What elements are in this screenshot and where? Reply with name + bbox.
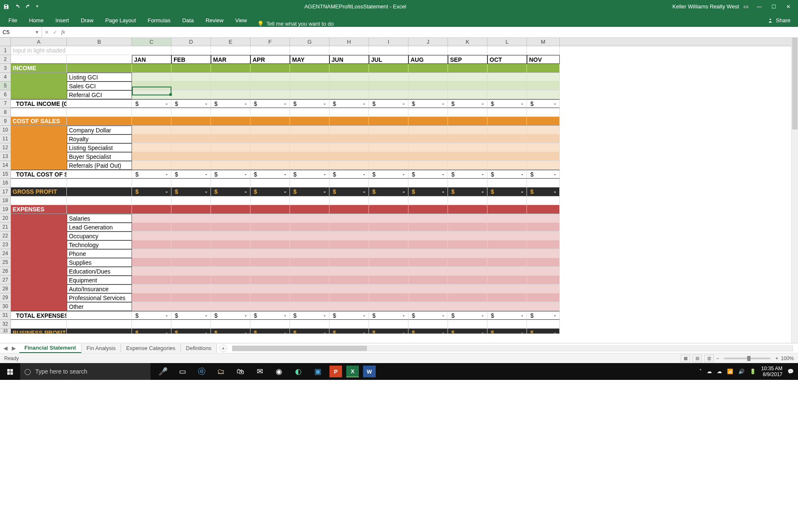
row-header-11[interactable]: 11 [0, 134, 11, 143]
input-cell[interactable] [369, 143, 408, 152]
tray-chevron-icon[interactable]: ˄ [699, 369, 702, 374]
input-cell[interactable] [369, 73, 408, 82]
input-cell[interactable] [290, 276, 329, 284]
input-cell[interactable] [369, 249, 408, 258]
maximize-button[interactable]: ☐ [767, 4, 780, 10]
input-cell[interactable] [408, 276, 448, 284]
input-cell[interactable] [329, 126, 369, 134]
vertical-scrollbar[interactable] [791, 38, 798, 343]
sheet-tab-fin-analysis[interactable]: Fin Analysis [82, 344, 121, 353]
input-cell[interactable] [290, 240, 329, 249]
input-cell[interactable] [408, 214, 448, 223]
input-cell[interactable] [211, 240, 250, 249]
input-cell[interactable] [250, 214, 290, 223]
input-cell[interactable] [329, 249, 369, 258]
start-button[interactable] [0, 368, 20, 375]
input-cell[interactable] [448, 293, 487, 302]
input-cell[interactable] [290, 90, 329, 99]
input-cell[interactable] [408, 293, 448, 302]
input-cell[interactable] [369, 232, 408, 240]
zoom-out-button[interactable]: − [716, 356, 719, 361]
edge-icon[interactable]: ⓔ [192, 363, 211, 380]
input-cell[interactable] [448, 232, 487, 240]
input-cell[interactable] [487, 73, 527, 82]
input-cell[interactable] [487, 302, 527, 311]
word-icon[interactable]: W [363, 366, 376, 377]
input-cell[interactable] [132, 293, 171, 302]
input-cell[interactable] [448, 152, 487, 161]
input-cell[interactable] [211, 302, 250, 311]
col-D[interactable]: D [171, 38, 211, 46]
input-cell[interactable] [290, 249, 329, 258]
row-header-2[interactable]: 2 [0, 55, 11, 64]
input-cell[interactable] [132, 302, 171, 311]
input-cell[interactable] [171, 126, 211, 134]
undo-icon[interactable] [14, 3, 20, 10]
input-cell[interactable] [250, 284, 290, 293]
row-header-29[interactable]: 29 [0, 293, 11, 302]
input-cell[interactable] [487, 258, 527, 267]
save-icon[interactable] [3, 3, 9, 10]
input-cell[interactable] [527, 249, 560, 258]
input-cell[interactable] [290, 152, 329, 161]
input-cell[interactable] [290, 126, 329, 134]
zoom-in-button[interactable]: + [775, 356, 778, 361]
input-cell[interactable] [171, 152, 211, 161]
input-cell[interactable] [250, 276, 290, 284]
input-cell[interactable] [369, 161, 408, 170]
input-cell[interactable] [408, 152, 448, 161]
input-cell[interactable] [250, 161, 290, 170]
input-cell[interactable] [408, 302, 448, 311]
app-icon-1[interactable]: ▣ [308, 363, 327, 380]
input-cell[interactable] [211, 73, 250, 82]
row-header-17[interactable]: 17 [0, 187, 11, 196]
input-cell[interactable] [487, 152, 527, 161]
cancel-formula-icon[interactable]: ✕ [45, 29, 49, 35]
tab-draw[interactable]: Draw [75, 14, 99, 27]
col-L[interactable]: L [487, 38, 527, 46]
col-A[interactable]: A [11, 38, 67, 46]
input-cell[interactable] [171, 293, 211, 302]
input-cell[interactable] [132, 232, 171, 240]
input-cell[interactable] [369, 258, 408, 267]
input-cell[interactable] [250, 293, 290, 302]
col-E[interactable]: E [211, 38, 250, 46]
input-cell[interactable] [527, 276, 560, 284]
row-header-33[interactable]: 33 [0, 329, 11, 334]
input-cell[interactable] [408, 143, 448, 152]
input-cell[interactable] [408, 134, 448, 143]
input-cell[interactable] [369, 223, 408, 232]
row-header-26[interactable]: 26 [0, 267, 11, 276]
input-cell[interactable] [369, 293, 408, 302]
input-cell[interactable] [527, 267, 560, 276]
input-cell[interactable] [132, 152, 171, 161]
zoom-knob[interactable] [747, 356, 751, 361]
input-cell[interactable] [290, 267, 329, 276]
input-cell[interactable] [527, 134, 560, 143]
input-cell[interactable] [527, 293, 560, 302]
input-cell[interactable] [171, 134, 211, 143]
input-cell[interactable] [211, 126, 250, 134]
input-cell[interactable] [132, 82, 171, 90]
input-cell[interactable] [369, 134, 408, 143]
accept-formula-icon[interactable]: ✓ [53, 29, 57, 35]
input-cell[interactable] [132, 276, 171, 284]
row-header-30[interactable]: 30 [0, 302, 11, 311]
input-cell[interactable] [487, 293, 527, 302]
input-cell[interactable] [369, 214, 408, 223]
row-header-8[interactable]: 8 [0, 108, 11, 117]
vscroll-thumb[interactable] [792, 38, 798, 129]
file-explorer-icon[interactable]: 🗂 [212, 363, 230, 380]
input-cell[interactable] [487, 276, 527, 284]
input-cell[interactable] [527, 143, 560, 152]
input-cell[interactable] [290, 284, 329, 293]
col-H[interactable]: H [329, 38, 369, 46]
input-cell[interactable] [487, 232, 527, 240]
input-cell[interactable] [408, 90, 448, 99]
input-cell[interactable] [329, 82, 369, 90]
row-header-7[interactable]: 7 [0, 99, 11, 108]
row-header-4[interactable]: 4 [0, 73, 11, 82]
input-cell[interactable] [211, 293, 250, 302]
input-cell[interactable] [369, 126, 408, 134]
input-cell[interactable] [329, 284, 369, 293]
